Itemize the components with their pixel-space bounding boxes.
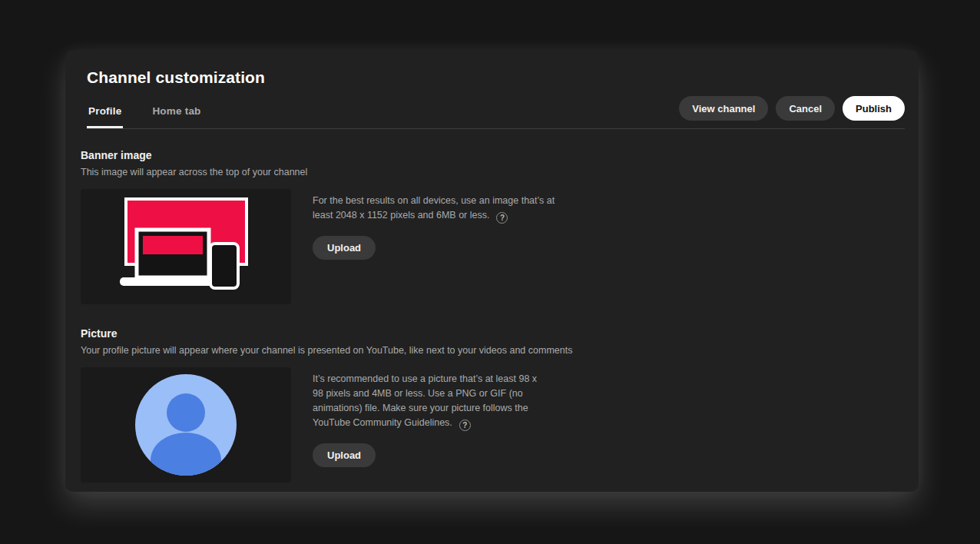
picture-preview: [81, 367, 291, 483]
banner-preview: [81, 189, 291, 304]
tab-profile[interactable]: Profile: [87, 95, 123, 128]
tab-bar: Profile Home tab View channel Cancel Pub…: [87, 95, 905, 129]
picture-section-title: Picture: [81, 327, 897, 340]
help-icon[interactable]: ?: [459, 420, 471, 431]
picture-section-subtitle: Your profile picture will appear where y…: [81, 345, 897, 356]
banner-section-title: Banner image: [81, 149, 897, 161]
publish-button[interactable]: Publish: [843, 96, 905, 121]
picture-hint: It’s recommended to use a picture that’s…: [313, 372, 549, 431]
tab-home-tab[interactable]: Home tab: [151, 95, 202, 128]
picture-info-column: It’s recommended to use a picture that’s…: [313, 367, 549, 483]
header-actions: View channel Cancel Publish: [679, 96, 905, 127]
panel-content: Banner image This image will appear acro…: [65, 129, 919, 483]
picture-section: Picture Your profile picture will appear…: [81, 327, 897, 483]
channel-customization-panel: Channel customization Profile Home tab V…: [65, 50, 919, 492]
view-channel-button[interactable]: View channel: [679, 96, 768, 121]
picture-hint-text: It’s recommended to use a picture that’s…: [313, 373, 537, 428]
banner-image-section: Banner image This image will appear acro…: [81, 149, 897, 304]
cancel-button[interactable]: Cancel: [776, 96, 835, 121]
banner-hint: For the best results on all devices, use…: [313, 194, 560, 224]
panel-header: Channel customization Profile Home tab V…: [65, 50, 919, 129]
help-icon[interactable]: ?: [496, 212, 508, 224]
tabs: Profile Home tab: [87, 95, 203, 128]
banner-hint-text: For the best results on all devices, use…: [313, 195, 555, 221]
page-title: Channel customization: [87, 68, 905, 87]
banner-section-subtitle: This image will appear across the top of…: [81, 167, 897, 177]
banner-info-column: For the best results on all devices, use…: [313, 189, 560, 304]
upload-picture-button[interactable]: Upload: [313, 443, 376, 467]
upload-banner-button[interactable]: Upload: [313, 236, 376, 260]
default-avatar-icon: [135, 374, 237, 476]
banner-illustration-icon: [94, 196, 278, 297]
